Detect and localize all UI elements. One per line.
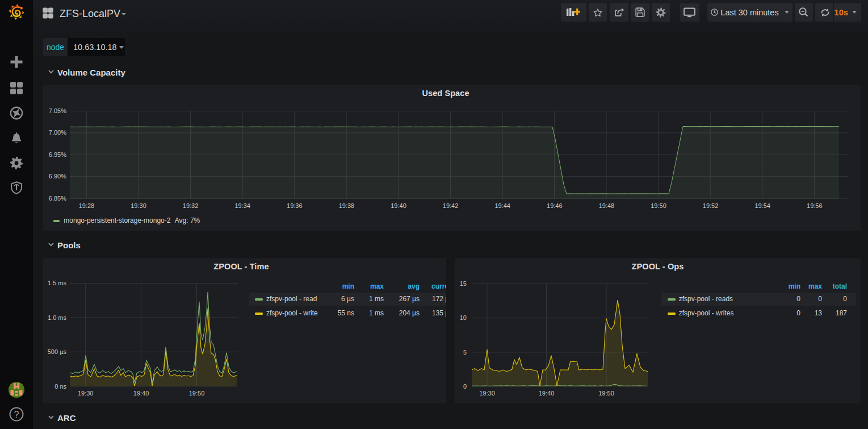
svg-text:?: ? bbox=[14, 410, 19, 419]
